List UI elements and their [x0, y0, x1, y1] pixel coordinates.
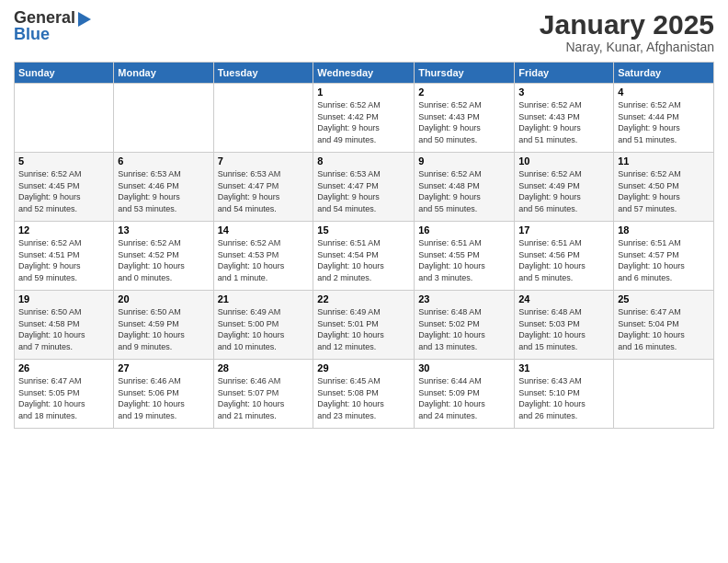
day-info: Sunrise: 6:52 AM Sunset: 4:49 PM Dayligh…: [518, 168, 609, 214]
col-tuesday: Tuesday: [213, 63, 313, 84]
calendar-cell: 7Sunrise: 6:53 AM Sunset: 4:47 PM Daylig…: [213, 153, 313, 222]
calendar-cell: 8Sunrise: 6:53 AM Sunset: 4:47 PM Daylig…: [313, 153, 415, 222]
calendar-cell: 13Sunrise: 6:52 AM Sunset: 4:52 PM Dayli…: [114, 222, 213, 291]
day-number: 31: [518, 362, 609, 373]
day-info: Sunrise: 6:53 AM Sunset: 4:46 PM Dayligh…: [118, 168, 209, 214]
col-monday: Monday: [114, 63, 213, 84]
calendar-cell: 4Sunrise: 6:52 AM Sunset: 4:44 PM Daylig…: [614, 84, 714, 153]
calendar-cell: 24Sunrise: 6:48 AM Sunset: 5:03 PM Dayli…: [515, 291, 614, 360]
logo-arrow-icon: [78, 12, 91, 27]
day-info: Sunrise: 6:49 AM Sunset: 5:00 PM Dayligh…: [218, 306, 310, 352]
calendar-cell: [614, 360, 714, 429]
day-number: 1: [317, 86, 410, 98]
day-number: 25: [618, 293, 710, 304]
calendar-cell: 16Sunrise: 6:51 AM Sunset: 4:55 PM Dayli…: [415, 222, 515, 291]
calendar-cell: 26Sunrise: 6:47 AM Sunset: 5:05 PM Dayli…: [15, 360, 114, 429]
logo: General Blue: [14, 9, 91, 44]
day-number: 5: [18, 155, 109, 167]
day-number: 17: [518, 224, 609, 236]
day-info: Sunrise: 6:52 AM Sunset: 4:48 PM Dayligh…: [418, 168, 510, 214]
day-number: 6: [118, 155, 209, 167]
day-number: 23: [418, 293, 510, 304]
calendar-cell: 3Sunrise: 6:52 AM Sunset: 4:43 PM Daylig…: [515, 84, 614, 153]
calendar-cell: 14Sunrise: 6:52 AM Sunset: 4:53 PM Dayli…: [213, 222, 313, 291]
calendar-cell: 1Sunrise: 6:52 AM Sunset: 4:42 PM Daylig…: [313, 84, 415, 153]
page-container: General Blue January 2025 Naray, Kunar, …: [0, 0, 728, 563]
day-info: Sunrise: 6:53 AM Sunset: 4:47 PM Dayligh…: [218, 168, 310, 214]
day-number: 24: [518, 293, 609, 304]
day-info: Sunrise: 6:43 AM Sunset: 5:10 PM Dayligh…: [518, 375, 609, 421]
calendar-cell: 15Sunrise: 6:51 AM Sunset: 4:54 PM Dayli…: [313, 222, 415, 291]
day-info: Sunrise: 6:44 AM Sunset: 5:09 PM Dayligh…: [418, 375, 510, 421]
day-info: Sunrise: 6:51 AM Sunset: 4:55 PM Dayligh…: [418, 237, 510, 283]
calendar-cell: 20Sunrise: 6:50 AM Sunset: 4:59 PM Dayli…: [114, 291, 213, 360]
calendar-cell: 25Sunrise: 6:47 AM Sunset: 5:04 PM Dayli…: [614, 291, 714, 360]
calendar-cell: 17Sunrise: 6:51 AM Sunset: 4:56 PM Dayli…: [515, 222, 614, 291]
calendar-cell: 22Sunrise: 6:49 AM Sunset: 5:01 PM Dayli…: [313, 291, 415, 360]
day-info: Sunrise: 6:48 AM Sunset: 5:02 PM Dayligh…: [418, 306, 510, 352]
day-number: 13: [118, 224, 209, 236]
calendar-cell: 18Sunrise: 6:51 AM Sunset: 4:57 PM Dayli…: [614, 222, 714, 291]
calendar-cell: 11Sunrise: 6:52 AM Sunset: 4:50 PM Dayli…: [614, 153, 714, 222]
calendar-cell: 12Sunrise: 6:52 AM Sunset: 4:51 PM Dayli…: [15, 222, 114, 291]
day-number: 4: [618, 86, 710, 98]
calendar-cell: 23Sunrise: 6:48 AM Sunset: 5:02 PM Dayli…: [415, 291, 515, 360]
day-info: Sunrise: 6:51 AM Sunset: 4:56 PM Dayligh…: [518, 237, 609, 283]
col-sunday: Sunday: [15, 63, 114, 84]
day-number: 10: [518, 155, 609, 167]
day-number: 29: [317, 362, 410, 373]
calendar-header-row: Sunday Monday Tuesday Wednesday Thursday…: [15, 63, 714, 84]
day-info: Sunrise: 6:53 AM Sunset: 4:47 PM Dayligh…: [317, 168, 410, 214]
calendar-cell: [15, 84, 114, 153]
day-number: 2: [418, 86, 510, 98]
calendar-cell: 31Sunrise: 6:43 AM Sunset: 5:10 PM Dayli…: [515, 360, 614, 429]
calendar-cell: 27Sunrise: 6:46 AM Sunset: 5:06 PM Dayli…: [114, 360, 213, 429]
day-info: Sunrise: 6:52 AM Sunset: 4:43 PM Dayligh…: [518, 99, 609, 145]
day-number: 9: [418, 155, 510, 167]
day-number: 20: [118, 293, 209, 304]
day-number: 21: [218, 293, 310, 304]
calendar-cell: [114, 84, 213, 153]
day-info: Sunrise: 6:52 AM Sunset: 4:44 PM Dayligh…: [618, 99, 710, 145]
calendar-cell: [213, 84, 313, 153]
day-info: Sunrise: 6:51 AM Sunset: 4:57 PM Dayligh…: [618, 237, 710, 283]
day-number: 18: [618, 224, 710, 236]
day-number: 19: [18, 293, 109, 304]
calendar-cell: 9Sunrise: 6:52 AM Sunset: 4:48 PM Daylig…: [415, 153, 515, 222]
day-info: Sunrise: 6:46 AM Sunset: 5:07 PM Dayligh…: [218, 375, 310, 421]
day-info: Sunrise: 6:52 AM Sunset: 4:45 PM Dayligh…: [18, 168, 109, 214]
day-info: Sunrise: 6:50 AM Sunset: 4:59 PM Dayligh…: [118, 306, 209, 352]
col-friday: Friday: [515, 63, 614, 84]
calendar-cell: 19Sunrise: 6:50 AM Sunset: 4:58 PM Dayli…: [15, 291, 114, 360]
calendar-cell: 30Sunrise: 6:44 AM Sunset: 5:09 PM Dayli…: [415, 360, 515, 429]
day-info: Sunrise: 6:46 AM Sunset: 5:06 PM Dayligh…: [118, 375, 209, 421]
col-thursday: Thursday: [415, 63, 515, 84]
calendar-cell: 5Sunrise: 6:52 AM Sunset: 4:45 PM Daylig…: [15, 153, 114, 222]
day-info: Sunrise: 6:52 AM Sunset: 4:51 PM Dayligh…: [18, 237, 109, 283]
day-info: Sunrise: 6:48 AM Sunset: 5:03 PM Dayligh…: [518, 306, 609, 352]
day-number: 3: [518, 86, 609, 98]
day-info: Sunrise: 6:52 AM Sunset: 4:52 PM Dayligh…: [118, 237, 209, 283]
day-info: Sunrise: 6:50 AM Sunset: 4:58 PM Dayligh…: [18, 306, 109, 352]
day-number: 7: [218, 155, 310, 167]
day-number: 27: [118, 362, 209, 373]
day-number: 30: [418, 362, 510, 373]
day-number: 8: [317, 155, 410, 167]
col-saturday: Saturday: [614, 63, 714, 84]
day-number: 14: [218, 224, 310, 236]
day-number: 16: [418, 224, 510, 236]
day-info: Sunrise: 6:52 AM Sunset: 4:42 PM Dayligh…: [317, 99, 410, 145]
calendar-cell: 21Sunrise: 6:49 AM Sunset: 5:00 PM Dayli…: [213, 291, 313, 360]
day-info: Sunrise: 6:47 AM Sunset: 5:04 PM Dayligh…: [618, 306, 710, 352]
col-wednesday: Wednesday: [313, 63, 415, 84]
day-info: Sunrise: 6:51 AM Sunset: 4:54 PM Dayligh…: [317, 237, 410, 283]
calendar-cell: 6Sunrise: 6:53 AM Sunset: 4:46 PM Daylig…: [114, 153, 213, 222]
day-number: 11: [618, 155, 710, 167]
calendar-cell: 2Sunrise: 6:52 AM Sunset: 4:43 PM Daylig…: [415, 84, 515, 153]
location: Naray, Kunar, Afghanistan: [540, 40, 714, 54]
day-info: Sunrise: 6:45 AM Sunset: 5:08 PM Dayligh…: [317, 375, 410, 421]
day-info: Sunrise: 6:52 AM Sunset: 4:50 PM Dayligh…: [618, 168, 710, 214]
day-number: 15: [317, 224, 410, 236]
day-number: 22: [317, 293, 410, 304]
calendar-cell: 29Sunrise: 6:45 AM Sunset: 5:08 PM Dayli…: [313, 360, 415, 429]
